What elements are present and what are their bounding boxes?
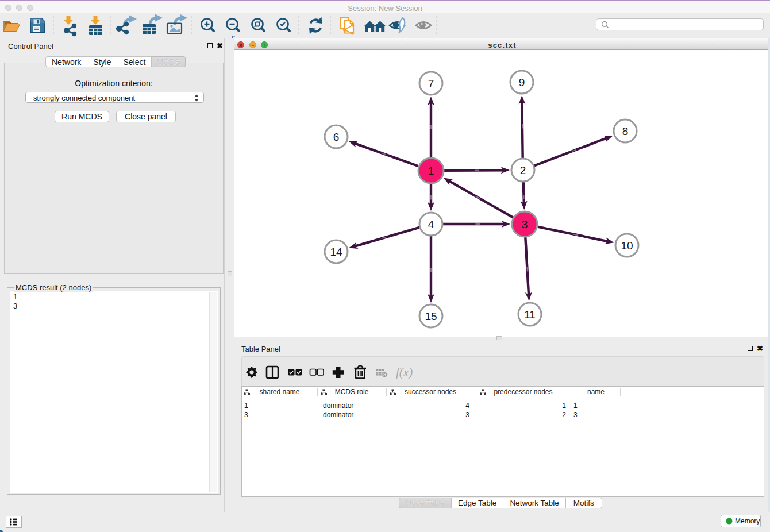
svg-text:2: 2	[520, 164, 526, 176]
svg-text:9: 9	[519, 76, 525, 88]
svg-text:10: 10	[621, 240, 633, 252]
svg-text:f(x): f(x)	[396, 365, 413, 379]
svg-text:14: 14	[330, 246, 342, 258]
svg-text:11: 11	[524, 309, 536, 321]
svg-text:4: 4	[428, 218, 434, 230]
svg-text:6: 6	[333, 131, 340, 143]
svg-text:7: 7	[428, 78, 434, 90]
svg-text:15: 15	[425, 310, 437, 322]
svg-text:3: 3	[522, 218, 528, 230]
svg-text:8: 8	[622, 125, 629, 137]
svg-text:1: 1	[428, 165, 434, 177]
